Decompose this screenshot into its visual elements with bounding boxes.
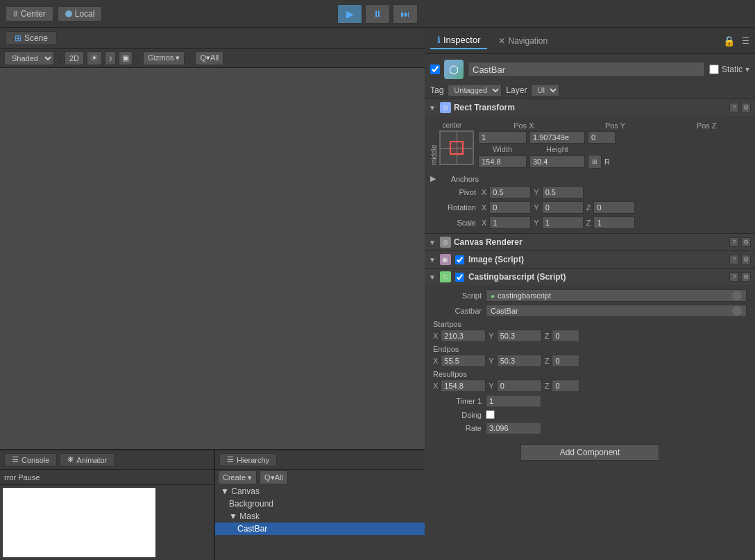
script-icon: ● [491, 292, 495, 300]
image-script-settings-btn[interactable]: ⚙ [741, 255, 751, 264]
resultpos-z-input[interactable] [552, 380, 579, 392]
gizmos-button[interactable]: Gizmos ▾ [143, 51, 185, 65]
pos-x-header: Pos X [481, 121, 567, 130]
anchor-gizmo[interactable] [439, 130, 474, 165]
castingbar-header[interactable]: ▼ C Castingbarscript (Script) ? ⚙ [425, 269, 755, 285]
rotation-x-input[interactable] [489, 201, 531, 214]
scale-z-input[interactable] [593, 217, 635, 229]
timer1-input[interactable] [486, 395, 541, 407]
castingbar-docs-btn[interactable]: ? [729, 272, 739, 282]
r-button[interactable]: ⊞ [588, 155, 602, 169]
image-script-corner-btns: ? ⚙ [729, 255, 751, 264]
rotation-label: Rotation [430, 203, 479, 212]
pause-button[interactable]: ⏸ [365, 4, 390, 24]
background-item[interactable]: Background [215, 498, 425, 510]
center-button[interactable]: # Center [6, 6, 53, 22]
pos-z-input[interactable] [588, 131, 616, 144]
image-script-enabled[interactable] [455, 255, 464, 264]
sound-button[interactable]: ♪ [105, 51, 116, 65]
rotation-z-input[interactable] [593, 201, 635, 214]
create-button[interactable]: Create ▾ [218, 470, 257, 484]
anchors-label: Anchors [440, 175, 482, 183]
object-name-input[interactable] [468, 62, 705, 77]
lock-button[interactable]: 🔒 [723, 35, 735, 46]
canvas-renderer-title: Canvas Renderer [454, 237, 727, 247]
scene-tab[interactable]: ⊞ Scene [6, 31, 57, 45]
startpos-row: Startpos X Y Z [430, 319, 749, 343]
object-enabled-checkbox[interactable] [430, 65, 440, 74]
canvas-renderer-docs-btn[interactable]: ? [729, 237, 739, 247]
rect-transform-docs-btn[interactable]: ? [729, 103, 739, 112]
pos-x-input[interactable] [478, 131, 527, 144]
hierarchy-tab-label: Hierarchy [237, 456, 269, 464]
local-button[interactable]: Local [58, 6, 103, 22]
static-label: Static [722, 65, 743, 74]
layer-select[interactable]: UI [531, 84, 559, 96]
resultpos-y-input[interactable] [497, 380, 542, 392]
endpos-x-input[interactable] [441, 355, 486, 367]
rect-transform-header[interactable]: ▼ ⊞ Rect Transform ? ⚙ [425, 99, 755, 116]
tag-select[interactable]: Untagged [448, 84, 502, 96]
endpos-y-input[interactable] [497, 355, 542, 367]
play-button[interactable]: ▶ [337, 4, 362, 24]
error-bar: rror Pause [0, 470, 214, 485]
canvas-label: ▼ Canvas [221, 486, 260, 496]
height-input[interactable] [529, 155, 585, 168]
static-dropdown-icon[interactable]: ▾ [745, 65, 749, 74]
rect-transform-icon: ⊞ [440, 102, 451, 113]
sun-button[interactable]: ☀ [87, 51, 102, 65]
hierarchy-tab[interactable]: ☰ Hierarchy [219, 453, 277, 466]
console-tab[interactable]: ☰ Console [4, 453, 57, 466]
rect-transform-settings-btn[interactable]: ⚙ [741, 103, 751, 112]
castingbar-settings-btn[interactable]: ⚙ [741, 272, 751, 282]
rt-left: center middle [430, 121, 474, 165]
castbar-field-value: CastBar [486, 305, 747, 317]
rect-transform-title: Rect Transform [454, 103, 727, 112]
image-script-docs-btn[interactable]: ? [729, 255, 739, 264]
canvas-renderer-expand-icon: ▼ [429, 239, 436, 246]
inspector-tab[interactable]: ℹ Inspector [430, 32, 487, 49]
pos-y-input[interactable] [529, 131, 585, 144]
inspector-header: ⬡ Static ▾ [425, 57, 755, 82]
endpos-fields: X Y Z [433, 355, 747, 367]
anchors-expand-icon[interactable]: ▶ [430, 174, 436, 183]
qall-button[interactable]: Q▾All [195, 51, 223, 65]
inspector-menu-button[interactable]: ☰ [742, 36, 749, 46]
castbar-dot-btn[interactable] [732, 306, 742, 316]
resultpos-x-input[interactable] [441, 380, 486, 392]
canvas-item[interactable]: ▼ Canvas [215, 485, 425, 498]
2d-button[interactable]: 2D [65, 51, 84, 65]
castingbar-enabled[interactable] [455, 273, 464, 282]
static-checkbox[interactable] [709, 65, 719, 74]
rotation-y-input[interactable] [542, 201, 584, 214]
mask-item[interactable]: ▼ Mask [215, 510, 425, 523]
scale-x-input[interactable] [489, 217, 531, 229]
image-button[interactable]: ▣ [119, 51, 133, 65]
add-component-button[interactable]: Add Component [520, 444, 659, 461]
castbar-item[interactable]: CastBar [215, 523, 425, 535]
scale-y-input[interactable] [542, 217, 584, 229]
endpos-z-input[interactable] [552, 355, 579, 367]
shading-select[interactable]: Shaded [4, 51, 54, 65]
step-button[interactable]: ⏭ [393, 4, 418, 24]
inspector-tab-label: Inspector [443, 35, 480, 45]
local-dot-icon [65, 10, 72, 17]
canvas-renderer-settings-btn[interactable]: ⚙ [741, 237, 751, 247]
hierarchy-all-button[interactable]: Q▾All [260, 470, 288, 484]
script-dot-btn[interactable] [732, 291, 742, 300]
image-script-header[interactable]: ▼ ▣ Image (Script) ? ⚙ [425, 251, 755, 268]
animator-tab[interactable]: ❋ Animator [60, 453, 114, 466]
castingbar-section: ▼ C Castingbarscript (Script) ? ⚙ Script… [425, 268, 755, 439]
scene-hash-icon: ⊞ [15, 33, 22, 43]
doing-checkbox[interactable] [486, 410, 495, 419]
startpos-z-input[interactable] [552, 330, 579, 342]
pivot-x-input[interactable] [489, 186, 531, 198]
scene-tab-label: Scene [24, 33, 48, 43]
width-input[interactable] [478, 155, 527, 168]
rate-input[interactable] [486, 422, 541, 434]
startpos-x-input[interactable] [441, 330, 486, 342]
pivot-y-input[interactable] [542, 186, 584, 198]
canvas-renderer-header[interactable]: ▼ ◎ Canvas Renderer ? ⚙ [425, 234, 755, 251]
startpos-y-input[interactable] [497, 330, 542, 342]
navigation-tab[interactable]: ✕ Navigation [491, 33, 554, 49]
